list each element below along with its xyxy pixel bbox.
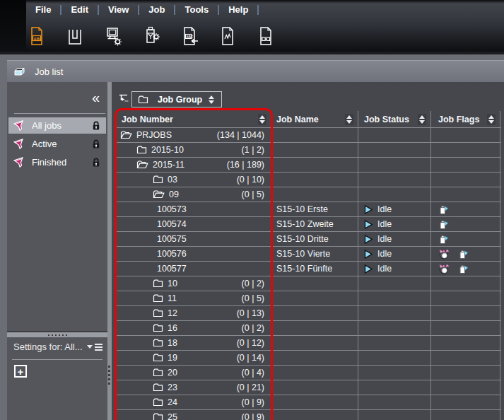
column-header-job-status[interactable]: Job Status — [358, 111, 430, 127]
menu-item-view[interactable]: View — [99, 0, 138, 20]
group-row[interactable]: 23(0 | 21) — [117, 380, 501, 395]
group-count: (0 | 9) — [242, 412, 271, 420]
sidebar-collapse-button[interactable]: « — [92, 91, 100, 105]
folder-closed-icon — [153, 413, 163, 420]
group-row[interactable]: 2015-11(16 | 189) — [117, 158, 501, 173]
job-row[interactable]: 100575S15-10 DritteIdle — [117, 232, 501, 247]
collapse-tree-icon[interactable] — [118, 93, 129, 103]
settings-dropdown[interactable]: Settings for: All... — [13, 342, 102, 352]
menu-item-file[interactable]: File — [26, 0, 60, 20]
sidebar-item-all-jobs[interactable]: All jobs — [8, 117, 106, 134]
group-row[interactable]: 10(0 | 2) — [117, 276, 501, 291]
job-number-cell: 25(0 | 9) — [117, 410, 271, 420]
toolbar-button-device-settings[interactable] — [140, 23, 162, 49]
filter-icon — [13, 157, 27, 168]
status-idle-icon — [364, 235, 373, 244]
menu-item-job[interactable]: Job — [139, 0, 174, 20]
toolbar-button-job-list[interactable]: ABC — [25, 23, 47, 49]
job-number-cell: 100575 — [117, 232, 271, 246]
group-count: (16 | 189) — [227, 160, 271, 170]
job-flags-cell — [430, 395, 500, 409]
column-label: Job Number — [122, 115, 173, 124]
group-row[interactable]: 20(0 | 4) — [117, 366, 501, 380]
job-status: Idle — [377, 264, 392, 274]
sort-icon[interactable] — [207, 94, 216, 105]
group-label: 25 — [168, 412, 177, 420]
toolbar-button-job-log[interactable] — [216, 23, 238, 49]
job-name: S15-10 Zweite — [276, 219, 334, 229]
flag-marker-icon — [438, 218, 450, 230]
job-status-cell — [358, 395, 430, 409]
add-filter-button[interactable]: + — [14, 365, 27, 378]
folder-open-icon — [136, 161, 148, 169]
sidebar-horizontal-splitter[interactable] — [7, 331, 107, 337]
group-row[interactable]: 24(0 | 9) — [117, 395, 501, 410]
group-row[interactable]: 09(0 | 5) — [117, 187, 501, 202]
job-row[interactable]: 100576S15-10 VierteIdle — [117, 247, 501, 262]
job-name-cell — [271, 143, 358, 157]
job-name-cell — [271, 366, 358, 380]
folder-closed-icon — [153, 175, 163, 184]
job-row[interactable]: 100577S15-10 FünfteIdle — [117, 262, 501, 276]
column-header-job-name[interactable]: Job Name — [271, 111, 358, 127]
group-row[interactable]: PRJOBS(134 | 1044) — [117, 128, 501, 143]
column-header-job-flags[interactable]: Job Flags — [430, 111, 500, 127]
job-row[interactable]: 100573S15-10 ErsteIdle — [117, 202, 501, 217]
panel-title: Job list — [35, 66, 63, 77]
group-row[interactable]: 12(0 | 13) — [117, 306, 501, 321]
filter-label: Finished — [32, 157, 66, 168]
toolbar-button-output-tray[interactable] — [64, 23, 86, 49]
folder-closed-icon — [153, 413, 163, 420]
sidebar-item-active[interactable]: Active — [8, 136, 106, 152]
menu-item-tools[interactable]: Tools — [175, 0, 218, 20]
folder-closed-icon — [153, 339, 163, 347]
settings-separator — [12, 359, 102, 360]
job-flags-cell — [430, 262, 500, 276]
folder-open-icon — [153, 190, 165, 199]
group-row[interactable]: 11(0 | 5) — [117, 291, 501, 306]
folder-closed-icon — [153, 398, 163, 407]
job-group-button[interactable]: Job Group — [131, 91, 222, 107]
job-name-cell — [271, 410, 358, 420]
folder-closed-icon — [153, 175, 163, 184]
job-list-icon: ABC — [26, 24, 47, 48]
group-row[interactable]: 03(0 | 10) — [117, 173, 501, 187]
job-status: Idle — [377, 204, 392, 214]
job-number-cell: 100574 — [117, 217, 271, 231]
sidebar-item-finished[interactable]: Finished — [8, 154, 106, 170]
group-row[interactable]: 19(0 | 14) — [117, 351, 501, 366]
sort-icon[interactable] — [345, 114, 353, 125]
job-status-cell — [358, 410, 430, 420]
group-label: 03 — [168, 175, 177, 185]
sort-icon[interactable] — [258, 114, 266, 125]
job-name-cell — [271, 158, 358, 172]
group-row[interactable]: 16(0 | 2) — [117, 321, 501, 336]
toolbar-button-system-settings[interactable] — [102, 23, 124, 49]
group-count: (0 | 5) — [242, 293, 271, 303]
group-row[interactable]: 18(0 | 12) — [117, 336, 501, 351]
job-name-cell — [271, 187, 358, 202]
folder-closed-icon — [153, 309, 163, 317]
group-row[interactable]: 25(0 | 9) — [117, 410, 501, 420]
group-row[interactable]: 2015-10(1 | 2) — [117, 143, 501, 158]
flag-ink-ball-icon — [438, 248, 450, 259]
job-flags-cell — [430, 366, 500, 380]
toolbar-button-linked-jobs[interactable] — [254, 23, 276, 49]
job-number-cell: 100577 — [117, 262, 271, 276]
flag-ink-ball-icon — [438, 263, 450, 274]
sort-icon[interactable] — [487, 114, 496, 125]
menu-item-edit[interactable]: Edit — [61, 0, 98, 20]
menu-item-help[interactable]: Help — [219, 0, 257, 20]
job-name-cell — [271, 336, 358, 350]
group-count: (0 | 5) — [242, 189, 271, 199]
folder-closed-icon — [153, 354, 163, 362]
job-number-cell: 16(0 | 2) — [117, 321, 271, 335]
column-header-job-number[interactable]: Job Number — [117, 111, 271, 127]
job-row[interactable]: 100574S15-10 ZweiteIdle — [117, 217, 501, 232]
job-status-cell: Idle — [358, 217, 430, 231]
table-header-row: Job NumberJob NameJob StatusJob Flags — [117, 111, 501, 128]
toolbar-button-import-job[interactable]: ABC — [178, 23, 200, 49]
sort-icon[interactable] — [418, 114, 426, 125]
job-number-cell: PRJOBS(134 | 1044) — [117, 128, 271, 142]
job-status-cell — [358, 173, 430, 187]
